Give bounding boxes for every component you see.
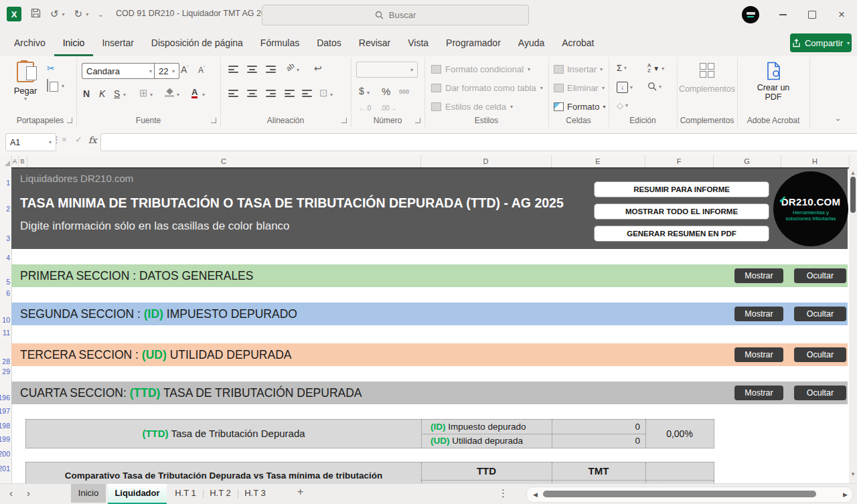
save-button[interactable]: [31, 8, 41, 21]
add-sheet-button[interactable]: +: [297, 486, 303, 498]
id-value-cell[interactable]: 0: [552, 420, 640, 434]
tab-archivo[interactable]: Archivo: [5, 29, 54, 56]
next-sheet-button[interactable]: ›: [27, 487, 30, 499]
comparison-label-cell[interactable]: Comparativo Tasa de Tributación Depurada…: [26, 471, 421, 481]
mostrar-informe-button[interactable]: MOSTRAR TODO EL INFORME: [594, 203, 769, 220]
row-header[interactable]: 197: [0, 406, 10, 416]
ttd-column-header[interactable]: TTD: [421, 463, 552, 480]
format-cells-button[interactable]: Formato ▾: [554, 102, 605, 112]
thousands-format-button[interactable]: 000: [399, 88, 409, 95]
ud-value-cell[interactable]: 0: [552, 434, 640, 448]
align-top-button[interactable]: [228, 66, 238, 73]
formula-input[interactable]: [100, 133, 857, 151]
sheet-tab-ht1[interactable]: H.T 1: [169, 484, 202, 503]
sort-filter-button[interactable]: AZ ▼ ▾: [647, 63, 664, 74]
fill-color-dropdown-icon[interactable]: ▾: [177, 92, 179, 98]
tab-insertar[interactable]: Insertar: [93, 29, 142, 56]
wrap-text-button[interactable]: ↩: [314, 63, 322, 74]
undo-dropdown-icon[interactable]: ▾: [62, 11, 65, 17]
row-header[interactable]: 196: [0, 393, 10, 402]
currency-dropdown-icon[interactable]: ▾: [367, 90, 370, 96]
clear-button[interactable]: ◇ ▾: [617, 100, 628, 110]
row-header[interactable]: 199: [0, 434, 10, 444]
vertical-scrollbar[interactable]: ▲ ▼: [849, 169, 857, 483]
italic-button[interactable]: K: [99, 88, 105, 99]
section-impuesto-depurado[interactable]: SEGUNDA SECCION : (ID) IMPUESTO DEPURADO…: [11, 303, 848, 325]
horizontal-scrollbar[interactable]: ◀ ▶: [526, 487, 853, 503]
borders-button[interactable]: ⊞: [139, 87, 148, 99]
sheet-header-block[interactable]: Liquidadores DR210.com TASA MINIMA DE TR…: [11, 169, 848, 249]
search-box[interactable]: Buscar: [262, 5, 529, 25]
ttd-result-cell[interactable]: 0,00%: [645, 420, 714, 448]
fill-color-button[interactable]: [165, 88, 174, 97]
row-header[interactable]: 11: [3, 328, 10, 337]
copy-button[interactable]: [47, 80, 48, 92]
horizontal-scrollbar-thumb[interactable]: [543, 491, 816, 497]
row-header[interactable]: 29: [2, 367, 10, 376]
share-button[interactable]: Compartir ▾: [790, 33, 852, 52]
ud-label-cell[interactable]: (UD) Utilidad depurada: [421, 434, 551, 448]
row-header[interactable]: 2: [6, 204, 10, 214]
align-middle-button[interactable]: [247, 66, 257, 73]
tab-disposicion[interactable]: Disposición de página: [143, 29, 252, 56]
autosum-button[interactable]: Σ ▾: [617, 63, 627, 73]
conditional-format-button[interactable]: Formato condicional ▾: [431, 64, 530, 74]
sheet-tab-inicio[interactable]: Inicio: [71, 484, 106, 503]
font-color-dropdown-icon[interactable]: ▾: [202, 92, 205, 98]
excel-logo-icon[interactable]: X: [7, 7, 21, 21]
row-header[interactable]: 5: [6, 277, 10, 286]
scroll-right-icon[interactable]: ▶: [843, 491, 848, 498]
currency-format-button[interactable]: $: [359, 86, 364, 96]
id-label-cell[interactable]: (ID) Impuesto depurado: [421, 420, 551, 434]
mostrar-button-2[interactable]: Mostrar: [734, 307, 783, 321]
merge-center-button[interactable]: ⊡: [319, 87, 328, 99]
insert-function-button[interactable]: fx: [88, 135, 97, 145]
generar-pdf-button[interactable]: GENERAR RESUMEN EN PDF: [594, 226, 769, 242]
formula-handle-icon[interactable]: ⋮: [52, 135, 61, 145]
sheet-tab-liquidador[interactable]: Liquidador: [108, 484, 167, 504]
borders-dropdown-icon[interactable]: ▾: [150, 92, 153, 98]
tab-inicio[interactable]: Inicio: [54, 29, 94, 56]
account-avatar[interactable]: [742, 6, 759, 23]
ocultar-button-2[interactable]: Ocultar: [794, 307, 846, 321]
restore-button[interactable]: [798, 0, 826, 29]
undo-button[interactable]: ↺: [50, 8, 59, 20]
column-header-e[interactable]: E: [551, 155, 645, 167]
align-center-button[interactable]: [247, 90, 257, 97]
column-header-h[interactable]: H: [781, 155, 850, 167]
scroll-up-icon[interactable]: ▲: [850, 170, 856, 176]
ttd-label-cell[interactable]: (TTD) Tasa de Tributación Depurada: [26, 420, 421, 448]
number-format-select[interactable]: ▾: [356, 62, 418, 78]
mostrar-button-4[interactable]: Mostrar: [734, 386, 783, 400]
tab-datos[interactable]: Datos: [308, 29, 350, 56]
font-name-select[interactable]: Candara▾: [82, 63, 157, 79]
tab-formulas[interactable]: Fórmulas: [252, 29, 308, 56]
addins-button[interactable]: Complementos: [684, 63, 730, 94]
row-header[interactable]: 10: [2, 315, 10, 325]
decrease-indent-button[interactable]: [285, 90, 295, 97]
increase-decimal-button[interactable]: ←.0: [359, 104, 371, 112]
orientation-button[interactable]: ab: [285, 62, 296, 73]
ocultar-button-3[interactable]: Ocultar: [794, 347, 846, 362]
align-left-button[interactable]: [228, 90, 238, 97]
insert-cells-button[interactable]: Insertar ▾: [554, 64, 603, 74]
tab-scroll-handle-icon[interactable]: ⋮: [498, 487, 508, 499]
increase-font-button[interactable]: Aˆ: [181, 64, 189, 75]
row-header[interactable]: 200: [0, 449, 10, 458]
decrease-decimal-button[interactable]: .00→: [380, 104, 396, 112]
section-datos-generales[interactable]: PRIMERA SECCION : DATOS GENERALES Mostra…: [11, 264, 848, 287]
paste-button[interactable]: Pegar ▾: [9, 62, 42, 102]
row-header[interactable]: 198: [0, 421, 10, 430]
redo-button[interactable]: ↻: [74, 8, 83, 20]
cell-styles-button[interactable]: Estilos de celda ▾: [431, 102, 513, 112]
format-as-table-button[interactable]: Dar formato como tabla ▾: [431, 83, 543, 93]
decrease-font-button[interactable]: Aˇ: [198, 66, 205, 75]
redo-dropdown-icon[interactable]: ▾: [86, 11, 88, 17]
font-color-button[interactable]: A: [191, 88, 198, 98]
scroll-down-icon[interactable]: ▼: [850, 471, 856, 477]
fill-button[interactable]: ↓ ▾: [617, 82, 633, 93]
align-right-button[interactable]: [266, 90, 276, 97]
underline-button[interactable]: S: [114, 88, 120, 99]
row-header[interactable]: 4: [6, 253, 10, 262]
orientation-dropdown-icon[interactable]: ▾: [297, 67, 299, 73]
